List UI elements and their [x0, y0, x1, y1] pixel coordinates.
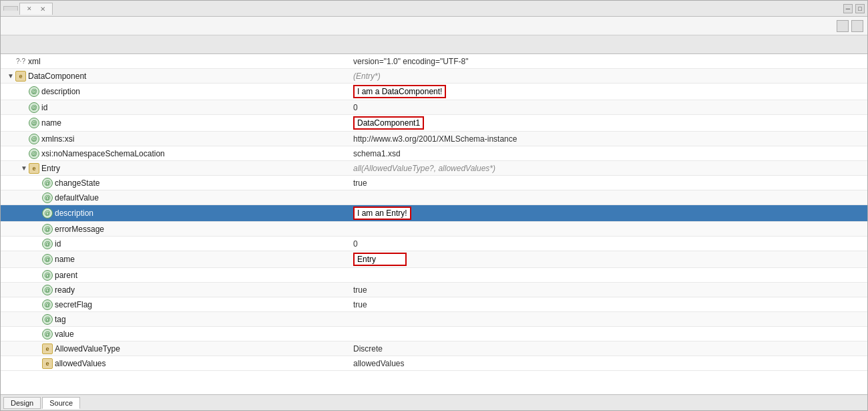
editable-content-box[interactable]: Entry — [353, 253, 407, 266]
table-row[interactable]: @xsi:noNamespaceSchemaLocationschema1.xs… — [1, 146, 867, 161]
table-row[interactable]: @readytrue — [1, 283, 867, 297]
table-row[interactable]: @changeStatetrue — [1, 176, 867, 190]
table-row[interactable]: @id0 — [1, 237, 867, 251]
attr-icon: @ — [29, 148, 39, 159]
attr-icon: @ — [29, 134, 39, 144]
node-label: tag — [55, 315, 66, 324]
content-cell-entry-parent — [348, 274, 867, 277]
main-content: ?·?xmlversion="1.0" encoding="UTF-8"▼eDa… — [1, 35, 867, 394]
content-text: Discrete — [353, 344, 383, 354]
node-label: DataComponent — [28, 72, 86, 81]
content-cell-entry-id: 0 — [348, 238, 867, 250]
content-cell-allowedvaluetype: Discrete — [348, 343, 867, 355]
node-cell-entry-value: @value — [1, 329, 348, 339]
attr-icon: @ — [29, 102, 39, 113]
node-cell-xml-pi: ?·?xml — [1, 56, 348, 67]
content-cell-entry-tag — [348, 318, 867, 321]
table-row[interactable]: @descriptionI am an Entry! — [1, 205, 867, 222]
tab-close-icon[interactable]: ✕ — [40, 5, 45, 13]
content-cell-xml-pi: version="1.0" encoding="UTF-8" — [348, 55, 867, 67]
content-cell-entry-description[interactable]: I am an Entry! — [348, 205, 867, 221]
table-row[interactable]: @descriptionI am a DataComponent! — [1, 84, 867, 100]
expand-button[interactable] — [837, 20, 849, 32]
content-cell-dc-xmlns: http://www.w3.org/2001/XMLSchema-instanc… — [348, 133, 867, 145]
table-row[interactable]: ?·?xmlversion="1.0" encoding="UTF-8" — [1, 54, 867, 69]
table-row[interactable]: ▼eEntryall(AllowedValueType?, allowedVal… — [1, 161, 867, 176]
node-label: name — [41, 118, 61, 128]
table-row[interactable]: @id0 — [1, 100, 867, 115]
main-window: ✕ ✕ ─ □ ?·?xmlversion="1.0" encoding="UT… — [0, 0, 868, 411]
node-label: id — [41, 103, 47, 112]
node-cell-entry-tag: @tag — [1, 314, 348, 325]
element-icon: e — [42, 358, 53, 369]
table-row[interactable]: @xmlns:xsihttp://www.w3.org/2001/XMLSche… — [1, 132, 867, 146]
table-row[interactable]: @nameEntry — [1, 251, 867, 268]
content-cell-entry-defaultvalue — [348, 196, 867, 199]
node-cell-entry-changestate: @changeState — [1, 178, 348, 188]
content-cell-allowedvalues: allowedValues — [348, 358, 867, 370]
attr-icon: @ — [42, 314, 53, 325]
node-cell-entry-ready: @ready — [1, 285, 348, 295]
editable-content-box[interactable]: DataComponent1 — [353, 116, 424, 130]
table-row[interactable]: @nameDataComponent1 — [1, 115, 867, 132]
content-text: http://www.w3.org/2001/XMLSchema-instanc… — [353, 134, 517, 144]
table-row[interactable]: @tag — [1, 312, 867, 327]
collapse-button[interactable] — [851, 20, 863, 32]
attr-icon: @ — [42, 208, 53, 219]
tab-datacomponent[interactable]: ✕ ✕ — [19, 3, 53, 15]
content-text: true — [353, 300, 367, 309]
table-row[interactable]: eAllowedValueTypeDiscrete — [1, 341, 867, 356]
node-label: ready — [55, 285, 75, 295]
table-row[interactable]: @defaultValue — [1, 190, 867, 205]
window-controls: ─ □ — [843, 4, 865, 13]
bottom-tab-design[interactable]: Design — [3, 397, 41, 409]
node-cell-entry-description: @description — [1, 208, 348, 219]
attr-icon: @ — [42, 192, 53, 203]
tab-bar: ✕ ✕ — [3, 3, 54, 15]
pi-icon: ?·? — [15, 56, 26, 67]
content-cell-entry-secretflag: true — [348, 299, 867, 311]
node-label: defaultValue — [55, 193, 99, 202]
table-row[interactable]: @secretFlagtrue — [1, 297, 867, 312]
content-text: allowedValues — [353, 359, 405, 368]
node-cell-entry-id: @id — [1, 239, 348, 249]
node-label: description — [41, 87, 80, 96]
table-row[interactable]: @parent — [1, 268, 867, 283]
maximize-button[interactable]: □ — [855, 4, 865, 13]
content-cell-entry-errormessage — [348, 228, 867, 231]
attr-icon: @ — [42, 239, 53, 249]
bottom-tab-bar: Design Source — [1, 394, 867, 410]
attr-icon: @ — [29, 86, 39, 97]
attr-icon: @ — [42, 299, 53, 310]
node-label: description — [55, 209, 93, 218]
table-row[interactable]: @value — [1, 327, 867, 341]
node-label: AllowedValueType — [55, 344, 120, 354]
tab-schema[interactable] — [3, 6, 18, 11]
table-header — [1, 35, 867, 54]
content-cell-dc-name[interactable]: DataComponent1 — [348, 115, 867, 131]
node-label: value — [55, 329, 74, 339]
editable-content-box[interactable]: I am a DataComponent! — [353, 85, 446, 98]
title-bar: ✕ ✕ ─ □ — [1, 1, 867, 17]
content-cell-dc-schema: schema1.xsd — [348, 148, 867, 160]
node-cell-dc-description: @description — [1, 86, 348, 97]
content-text: (Entry*) — [353, 72, 381, 81]
minimize-button[interactable]: ─ — [843, 4, 853, 13]
editable-content-box[interactable]: I am an Entry! — [353, 207, 411, 220]
content-cell-entry-name[interactable]: Entry — [348, 251, 867, 267]
node-label: name — [55, 255, 75, 264]
node-cell-allowedvaluetype: eAllowedValueType — [1, 344, 348, 354]
expand-icon[interactable]: ▼ — [6, 72, 15, 80]
table-row[interactable]: eallowedValuesallowedValues — [1, 356, 867, 371]
expand-icon[interactable]: ▼ — [19, 164, 29, 172]
bottom-tab-source[interactable]: Source — [42, 397, 80, 409]
element-icon: e — [15, 71, 26, 82]
table-row[interactable]: ▼eDataComponent(Entry*) — [1, 69, 867, 84]
node-label: xsi:noNamespaceSchemaLocation — [41, 149, 165, 158]
content-cell-dc-description[interactable]: I am a DataComponent! — [348, 84, 867, 100]
content-text: true — [353, 178, 367, 188]
node-label: xml — [28, 57, 41, 66]
attr-icon: @ — [42, 329, 53, 339]
table-row[interactable]: @errorMessage — [1, 222, 867, 237]
node-cell-entry-parent: @parent — [1, 270, 348, 281]
